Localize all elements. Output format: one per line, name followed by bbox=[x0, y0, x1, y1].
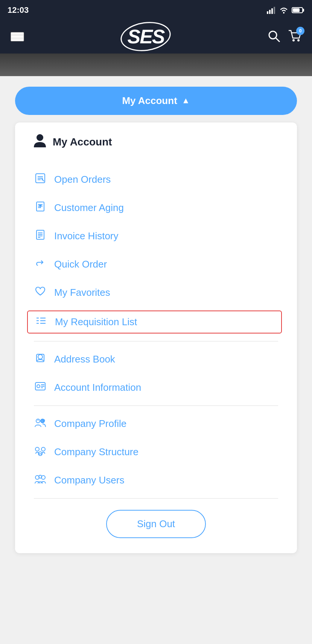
menu-item-label-address-book: Address Book bbox=[54, 353, 115, 365]
account-title-row: My Account bbox=[34, 134, 278, 152]
svg-rect-6 bbox=[303, 9, 304, 12]
divider-3 bbox=[34, 498, 278, 499]
my-account-toggle-button[interactable]: My Account ▲ bbox=[15, 87, 297, 115]
divider-2 bbox=[34, 405, 278, 406]
menu-item-company-structure[interactable]: Company Structure bbox=[34, 438, 278, 466]
svg-text:$: $ bbox=[40, 204, 41, 207]
wifi-icon bbox=[279, 6, 289, 14]
svg-point-47 bbox=[41, 447, 45, 451]
menu-item-label-my-requisition-list: My Requisition List bbox=[55, 316, 137, 328]
my-account-btn-container: My Account ▲ bbox=[0, 76, 312, 122]
hamburger-menu[interactable] bbox=[11, 32, 24, 41]
svg-point-12 bbox=[37, 134, 43, 141]
menu-item-address-book[interactable]: Address Book bbox=[34, 345, 278, 373]
status-icons bbox=[267, 6, 304, 14]
svg-point-11 bbox=[297, 39, 300, 41]
svg-rect-3 bbox=[274, 7, 275, 14]
svg-point-36 bbox=[37, 385, 40, 388]
search-icon bbox=[268, 30, 280, 43]
menu-item-quick-order[interactable]: Quick Order bbox=[34, 250, 278, 278]
menu-item-my-requisition-list[interactable]: My Requisition List bbox=[27, 311, 282, 333]
open-orders-icon bbox=[34, 173, 47, 186]
company-users-icon bbox=[34, 474, 47, 487]
address-book-icon bbox=[34, 353, 47, 366]
logo: SES bbox=[127, 25, 164, 48]
svg-line-9 bbox=[276, 38, 280, 42]
svg-point-10 bbox=[292, 39, 295, 41]
cart-badge: 0 bbox=[296, 27, 304, 35]
svg-point-44 bbox=[38, 420, 38, 421]
sign-out-button[interactable]: Sign Out bbox=[106, 510, 206, 538]
logo-text: SES bbox=[127, 26, 164, 47]
menu-item-label-company-profile: Company Profile bbox=[54, 418, 126, 430]
person-icon bbox=[34, 134, 46, 150]
menu-item-label-account-information: Account Information bbox=[54, 382, 141, 393]
divider-1 bbox=[34, 341, 278, 341]
menu-item-customer-aging[interactable]: $ Customer Aging bbox=[34, 194, 278, 222]
header: SES 0 bbox=[0, 20, 312, 54]
svg-text:⚙: ⚙ bbox=[42, 419, 45, 422]
menu-item-invoice-history[interactable]: Invoice History bbox=[34, 222, 278, 250]
menu-item-label-open-orders: Open Orders bbox=[54, 174, 111, 185]
company-structure-icon bbox=[34, 445, 47, 459]
svg-rect-2 bbox=[271, 8, 273, 14]
my-account-button-label: My Account bbox=[122, 95, 177, 107]
quick-order-icon bbox=[34, 258, 47, 271]
customer-aging-icon: $ bbox=[34, 201, 47, 214]
menu-card: My Account Open Orders $ Customer A bbox=[15, 122, 297, 553]
svg-rect-0 bbox=[267, 11, 268, 14]
menu-item-label-company-users: Company Users bbox=[54, 474, 124, 486]
my-requisition-list-icon bbox=[35, 316, 47, 328]
menu-item-label-quick-order: Quick Order bbox=[54, 259, 107, 270]
company-profile-icon: ⚙ bbox=[34, 417, 47, 430]
invoice-history-icon bbox=[34, 229, 47, 243]
battery-icon bbox=[292, 7, 304, 14]
status-time: 12:03 bbox=[8, 5, 29, 15]
menu-item-label-my-favorites: My Favorites bbox=[54, 287, 110, 298]
svg-point-8 bbox=[269, 31, 277, 39]
my-favorites-icon bbox=[34, 286, 47, 299]
svg-point-33 bbox=[38, 355, 43, 359]
svg-point-4 bbox=[283, 12, 285, 14]
svg-rect-1 bbox=[269, 10, 271, 14]
svg-rect-7 bbox=[293, 8, 300, 12]
cart-button[interactable]: 0 bbox=[288, 30, 301, 44]
menu-item-company-profile[interactable]: ⚙ Company Profile bbox=[34, 410, 278, 438]
sign-out-container: Sign Out bbox=[34, 510, 278, 538]
chevron-up-icon: ▲ bbox=[182, 96, 190, 106]
svg-point-46 bbox=[35, 447, 39, 451]
status-bar: 12:03 bbox=[0, 0, 312, 20]
menu-item-label-customer-aging: Customer Aging bbox=[54, 202, 124, 214]
header-icons: 0 bbox=[268, 30, 301, 44]
hero-strip bbox=[0, 54, 312, 76]
menu-item-account-information[interactable]: Account Information bbox=[34, 373, 278, 402]
menu-item-open-orders[interactable]: Open Orders bbox=[34, 165, 278, 194]
menu-item-company-users[interactable]: Company Users bbox=[34, 466, 278, 494]
menu-item-label-invoice-history: Invoice History bbox=[54, 230, 119, 242]
account-information-icon bbox=[34, 381, 47, 394]
menu-item-my-favorites[interactable]: My Favorites bbox=[34, 278, 278, 307]
account-title-text: My Account bbox=[53, 136, 112, 148]
signal-icon bbox=[267, 6, 276, 14]
search-button[interactable] bbox=[268, 30, 280, 44]
menu-item-label-company-structure: Company Structure bbox=[54, 446, 138, 458]
